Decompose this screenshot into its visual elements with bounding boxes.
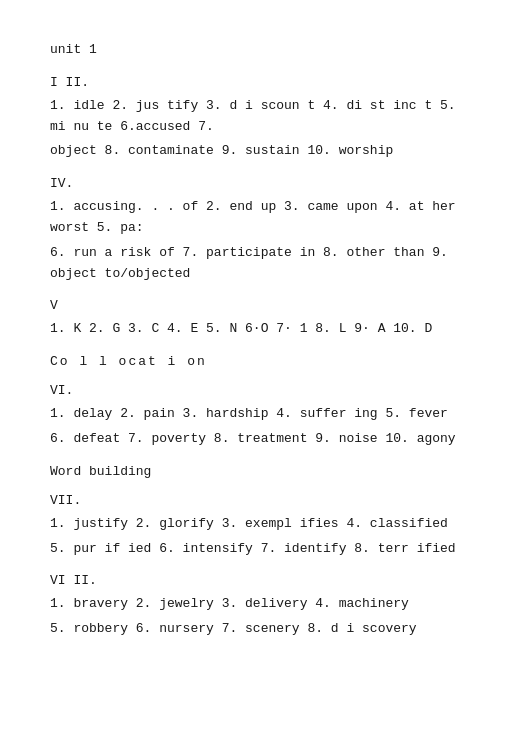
section-I-II-line-2: object 8. contaminate 9. sustain 10. wor… <box>50 141 456 162</box>
wordbuilding-title: Word building <box>50 464 456 479</box>
section-IV-line-2: 6. run a risk of 7. participate in 8. ot… <box>50 243 456 285</box>
section-VII-line-2: 5. pur if ied 6. intensify 7. identify 8… <box>50 539 456 560</box>
section-VIII-line-2: 5. robbery 6. nursery 7. scenery 8. d i … <box>50 619 456 640</box>
section-VI-line-2: 6. defeat 7. poverty 8. treatment 9. noi… <box>50 429 456 450</box>
section-VI: VI. 1. delay 2. pain 3. hardship 4. suff… <box>50 383 456 450</box>
section-IV-line-1: 1. accusing. . . of 2. end up 3. came up… <box>50 197 456 239</box>
unit-title: unit 1 <box>50 40 456 61</box>
section-VI-title: VI. <box>50 383 456 398</box>
section-wordbuilding: Word building <box>50 464 456 479</box>
section-IV-title: IV. <box>50 176 456 191</box>
section-IV: IV. 1. accusing. . . of 2. end up 3. cam… <box>50 176 456 284</box>
page-container: unit 1 I II. 1. idle 2. jus tify 3. d i … <box>50 40 456 640</box>
section-VIII: VI II. 1. bravery 2. jewelry 3. delivery… <box>50 573 456 640</box>
section-VI-line-1: 1. delay 2. pain 3. hardship 4. suffer i… <box>50 404 456 425</box>
section-V-line-1: 1. K 2. G 3. C 4. E 5. N 6·O 7· 1 8. L 9… <box>50 319 456 340</box>
section-VIII-title: VI II. <box>50 573 456 588</box>
collocation-title: Co l l ocat i on <box>50 354 456 369</box>
section-I-II-line-1: 1. idle 2. jus tify 3. d i scoun t 4. di… <box>50 96 456 138</box>
section-V: V 1. K 2. G 3. C 4. E 5. N 6·O 7· 1 8. L… <box>50 298 456 340</box>
section-VIII-line-1: 1. bravery 2. jewelry 3. delivery 4. mac… <box>50 594 456 615</box>
section-I-II: I II. 1. idle 2. jus tify 3. d i scoun t… <box>50 75 456 162</box>
section-V-title: V <box>50 298 456 313</box>
section-collocation: Co l l ocat i on <box>50 354 456 369</box>
section-I-II-title: I II. <box>50 75 456 90</box>
section-VII: VII. 1. justify 2. glorify 3. exempl ifi… <box>50 493 456 560</box>
section-VII-title: VII. <box>50 493 456 508</box>
section-VII-line-1: 1. justify 2. glorify 3. exempl ifies 4.… <box>50 514 456 535</box>
unit-title-section: unit 1 <box>50 40 456 61</box>
